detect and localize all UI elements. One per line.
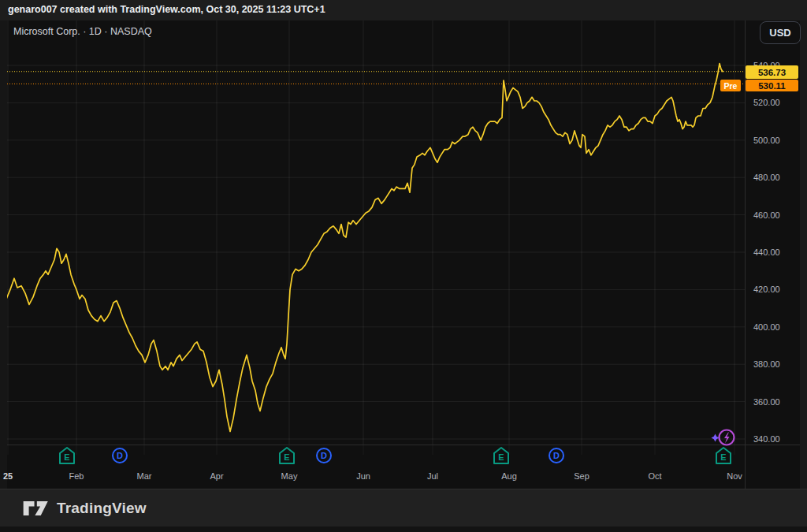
price-tick-label: 420.00 — [753, 285, 780, 294]
price-tick-label: 400.00 — [753, 322, 780, 332]
earnings-icon[interactable]: E — [279, 447, 296, 468]
time-tick-label: Nov — [727, 471, 742, 481]
time-tick-label: May — [281, 471, 298, 481]
time-tick-label: Oct — [648, 471, 661, 481]
time-tick-label: Feb — [69, 471, 84, 481]
upcoming-earnings-flash-icon[interactable] — [710, 427, 737, 451]
svg-text:D: D — [117, 451, 123, 460]
price-tick-label: 340.00 — [753, 434, 780, 444]
price-tick-label: 500.00 — [753, 136, 780, 145]
tradingview-logo-icon — [22, 498, 50, 519]
svg-text:E: E — [498, 452, 504, 462]
symbol-title: Microsoft Corp. · 1D · NASDAQ — [13, 26, 152, 37]
price-tick-label: 480.00 — [753, 173, 780, 182]
premarket-chip: Pre — [720, 80, 741, 91]
svg-text:E: E — [284, 452, 289, 462]
pane-right-margin — [800, 20, 807, 532]
svg-text:E: E — [64, 452, 69, 462]
earnings-icon[interactable]: E — [59, 447, 76, 468]
time-tick-label: Jun — [356, 471, 370, 481]
price-tick-label: 520.00 — [753, 98, 780, 107]
svg-text:D: D — [553, 451, 560, 460]
premarket-price-badge: 530.11 — [746, 80, 798, 91]
earnings-icon[interactable]: E — [493, 447, 510, 468]
dividend-icon[interactable]: D — [111, 447, 128, 467]
bottom-edge — [0, 526, 807, 532]
tradingview-logo[interactable]: TradingView — [22, 498, 147, 519]
time-tick-label: Sep — [574, 471, 589, 481]
time-tick-label: 25 — [3, 471, 13, 481]
svg-text:E: E — [720, 452, 726, 462]
last-price-badge: 536.73 — [746, 65, 798, 79]
svg-text:D: D — [321, 451, 327, 460]
price-line-series — [6, 64, 723, 432]
tradingview-brand-text: TradingView — [57, 500, 147, 517]
time-tick-label: Mar — [137, 471, 152, 481]
dividend-icon[interactable]: D — [548, 447, 565, 467]
tradingview-chart-page: genaro007 created with TradingView.com, … — [0, 0, 807, 532]
price-tick-label: 360.00 — [753, 397, 780, 407]
pane-left-margin — [0, 20, 7, 489]
price-tick-label: 460.00 — [753, 210, 780, 220]
time-tick-label: Jul — [427, 471, 438, 481]
price-tick-label: 440.00 — [753, 247, 780, 257]
dividend-icon[interactable]: D — [315, 447, 333, 467]
price-tick-label: 380.00 — [753, 359, 780, 369]
time-tick-label: Apr — [210, 471, 223, 481]
time-tick-label: Aug — [501, 471, 517, 481]
currency-button[interactable]: USD — [760, 21, 801, 44]
